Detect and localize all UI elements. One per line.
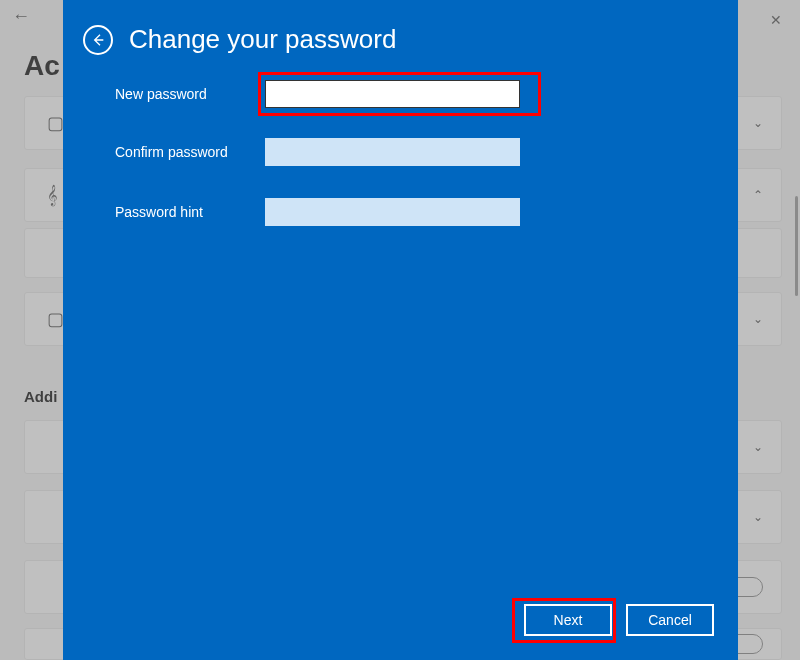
key-icon: 𝄞 (47, 185, 58, 206)
arrow-left-icon (90, 32, 106, 48)
back-button[interactable] (83, 25, 113, 55)
confirm-password-label: Confirm password (115, 144, 265, 160)
password-hint-label: Password hint (115, 204, 265, 220)
card-icon: ▢ (47, 112, 64, 134)
chevron-down-icon: ⌄ (753, 312, 763, 326)
new-password-input[interactable] (265, 80, 520, 108)
back-arrow-icon: ← (12, 6, 30, 26)
chevron-down-icon: ⌄ (753, 440, 763, 454)
new-password-label: New password (115, 86, 265, 102)
modal-title: Change your password (129, 24, 396, 55)
scrollbar (795, 196, 798, 296)
change-password-modal: Change your password New password Confir… (63, 0, 738, 660)
confirm-password-input[interactable] (265, 138, 520, 166)
next-button[interactable]: Next (524, 604, 612, 636)
chevron-up-icon: ⌃ (753, 188, 763, 202)
page-title: Ac (24, 50, 60, 82)
close-icon: ✕ (770, 12, 782, 28)
chevron-down-icon: ⌄ (753, 510, 763, 524)
card-icon: ▢ (47, 308, 64, 330)
chevron-down-icon: ⌄ (753, 116, 763, 130)
cancel-button[interactable]: Cancel (626, 604, 714, 636)
password-hint-input[interactable] (265, 198, 520, 226)
section-label: Addi (24, 388, 57, 405)
